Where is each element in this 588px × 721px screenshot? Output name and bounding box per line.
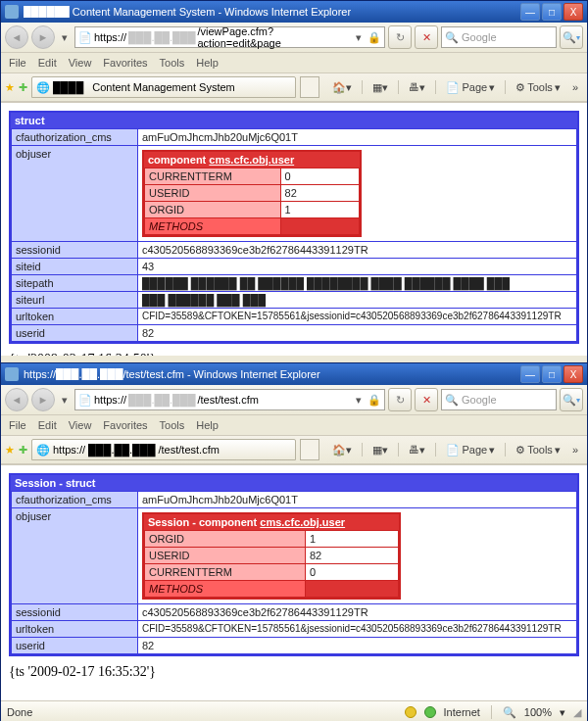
dump-header: struct	[11, 113, 577, 128]
search-go[interactable]: 🔍▾	[560, 388, 583, 411]
refresh-button[interactable]: ↻	[388, 388, 412, 411]
row-siteurl: siteurl███ ██████ ███ ███	[12, 292, 577, 309]
tab[interactable]: 🌐 https://███.██.███/test/test.cfm	[31, 439, 296, 460]
maximize-button[interactable]: □	[542, 365, 562, 383]
menu-favorites[interactable]: Favorites	[103, 57, 147, 69]
tools-menu[interactable]: ⚙ Tools ▾	[511, 439, 565, 460]
menu-view[interactable]: View	[69, 57, 92, 69]
menu-tools[interactable]: Tools	[160, 419, 185, 431]
row-userid: userid82	[12, 638, 577, 654]
content-area: Session - struct cfauthorization_cmsamFu…	[1, 464, 587, 700]
tools-menu[interactable]: ⚙ Tools ▾	[511, 76, 565, 98]
search-box[interactable]: 🔍 Google	[441, 26, 557, 48]
component-dump: component cms.cfc.obj.user CURRENTTERM0 …	[142, 150, 362, 237]
url-host-blur: ███.██.███	[128, 394, 195, 406]
address-bar[interactable]: 📄 https://███.██.███/viewPage.cfm?action…	[74, 26, 385, 48]
url-host-blur: ███.██.███	[128, 31, 195, 43]
page-icon: 📄	[78, 394, 92, 407]
maximize-button[interactable]: □	[542, 3, 562, 21]
home-button[interactable]: 🏠▾	[327, 439, 357, 460]
menu-view[interactable]: View	[69, 419, 92, 431]
minimize-button[interactable]: —	[520, 3, 540, 21]
timestamp: {ts '2009-02-17 16:34:50'}	[1, 352, 587, 356]
tab-ie-icon: 🌐	[36, 444, 50, 457]
tab-label: Content Management System	[92, 81, 235, 93]
addr-dropdown[interactable]: ▾	[352, 394, 366, 407]
titlebar[interactable]: https://███.██.███/test/test.cfm - Windo…	[1, 363, 587, 385]
row-objuser: objuser component cms.cfc.obj.user CURRE…	[12, 146, 577, 242]
page-menu[interactable]: 📄 Page ▾	[441, 439, 500, 460]
zoom-label: 100%	[524, 706, 552, 718]
search-box[interactable]: 🔍 Google	[441, 389, 557, 410]
close-button[interactable]: X	[564, 3, 583, 21]
component-link[interactable]: cms.cfc.obj.user	[209, 154, 294, 166]
browser-window-1: ██████ Content Management System - Windo…	[0, 0, 588, 362]
menu-file[interactable]: File	[9, 419, 26, 431]
tab-bar: ★ ✚ 🌐 ████ Content Management System 🏠▾ …	[1, 73, 587, 102]
component-dump: Session - component cms.cfc.obj.user ORG…	[142, 512, 401, 600]
nav-bar: ◄ ► ▾ 📄 https://███.██.███/test/test.cfm…	[1, 385, 587, 415]
new-tab-button[interactable]	[300, 439, 319, 460]
add-favorite-icon[interactable]: ✚	[19, 81, 27, 94]
print-button[interactable]: 🖶▾	[404, 76, 430, 98]
history-dropdown[interactable]: ▾	[58, 394, 72, 407]
menu-help[interactable]: Help	[196, 57, 219, 69]
add-favorite-icon[interactable]: ✚	[19, 444, 27, 457]
forward-button[interactable]: ►	[31, 25, 55, 49]
chevron-button[interactable]: »	[567, 439, 583, 460]
menu-bar: File Edit View Favorites Tools Help	[1, 53, 587, 73]
page-icon: 📄	[78, 31, 92, 44]
new-tab-button[interactable]	[300, 76, 319, 98]
lock-icon: 🔒	[368, 394, 381, 407]
feeds-button[interactable]: ▦▾	[368, 439, 393, 460]
url-scheme: https://	[94, 394, 126, 406]
tab-label: /test/test.cfm	[159, 444, 220, 456]
back-button[interactable]: ◄	[5, 25, 28, 49]
zoom-icon[interactable]: 🔍	[503, 706, 516, 719]
menu-edit[interactable]: Edit	[38, 57, 57, 69]
stop-button[interactable]: ✕	[415, 388, 438, 411]
row-cfauth: cfauthorization_cmsamFuOmJhcmJhb20uMjc6Q…	[12, 492, 577, 508]
search-go[interactable]: 🔍▾	[560, 25, 583, 49]
menu-tools[interactable]: Tools	[160, 57, 185, 69]
zoom-dropdown[interactable]: ▾	[560, 706, 565, 719]
favorites-icon[interactable]: ★	[5, 81, 15, 94]
titlebar[interactable]: ██████ Content Management System - Windo…	[1, 1, 587, 23]
favorites-icon[interactable]: ★	[5, 444, 15, 457]
address-bar[interactable]: 📄 https://███.██.███/test/test.cfm ▾ 🔒	[74, 389, 385, 410]
row-sessionid: sessionidc430520568893369ce3b2f627864433…	[12, 604, 577, 621]
home-button[interactable]: 🏠▾	[327, 76, 357, 98]
status-text: Done	[7, 706, 32, 718]
resize-grip[interactable]: ◢	[573, 706, 581, 719]
print-button[interactable]: 🖶▾	[404, 439, 430, 460]
refresh-button[interactable]: ↻	[388, 25, 412, 49]
zone-icon	[424, 706, 436, 718]
tab-ie-icon: 🌐	[36, 81, 50, 94]
menu-help[interactable]: Help	[196, 419, 219, 431]
stop-button[interactable]: ✕	[415, 25, 438, 49]
menu-favorites[interactable]: Favorites	[103, 419, 147, 431]
back-button[interactable]: ◄	[5, 388, 28, 411]
component-header: component cms.cfc.obj.user	[144, 152, 360, 168]
addr-dropdown[interactable]: ▾	[353, 31, 366, 44]
struct-dump: struct cfauthorization_cmsamFuOmJhcmJhb2…	[9, 111, 579, 344]
history-dropdown[interactable]: ▾	[58, 31, 72, 44]
row-userid: userid82	[12, 325, 577, 342]
row-siteid: siteid43	[12, 259, 577, 275]
tab[interactable]: 🌐 ████ Content Management System	[31, 76, 296, 98]
menu-edit[interactable]: Edit	[38, 419, 57, 431]
window-title: https://███.██.███/test/test.cfm - Windo…	[24, 368, 520, 380]
row-sitepath: sitepath██████ ██████ ██ ██████ ████████…	[12, 275, 577, 292]
status-bar: Done Internet 🔍 100% ▾ ◢	[1, 700, 587, 721]
ie-icon	[5, 367, 19, 381]
minimize-button[interactable]: —	[520, 365, 540, 383]
chevron-button[interactable]: »	[567, 76, 583, 98]
component-link[interactable]: cms.cfc.obj.user	[260, 516, 345, 528]
row-urltoken: urltokenCFID=35589&CFTOKEN=15785561&jses…	[12, 309, 577, 325]
feeds-button[interactable]: ▦▾	[368, 76, 393, 98]
url-scheme: https://	[94, 31, 126, 43]
menu-file[interactable]: File	[9, 57, 26, 69]
page-menu[interactable]: 📄 Page ▾	[441, 76, 500, 98]
close-button[interactable]: X	[564, 365, 583, 383]
forward-button[interactable]: ►	[31, 388, 55, 411]
